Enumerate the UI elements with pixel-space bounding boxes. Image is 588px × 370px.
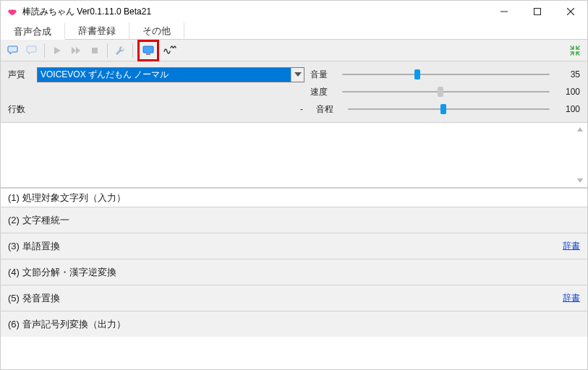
svg-marker-11: [577, 127, 583, 132]
close-button[interactable]: [554, 1, 587, 22]
svg-marker-6: [76, 47, 80, 54]
svg-marker-12: [577, 178, 583, 183]
svg-rect-1: [534, 9, 541, 15]
section-label: (6) 音声記号列変換（出力）: [8, 318, 126, 331]
pulse-button[interactable]: [162, 43, 178, 59]
tab-other[interactable]: その他: [129, 22, 184, 39]
toolbar-separator: [132, 43, 133, 58]
section-label: (4) 文節分解・漢字逆変換: [8, 266, 116, 279]
svg-marker-10: [294, 72, 302, 77]
tab-strip: 音声合成 辞書登録 その他: [1, 22, 587, 40]
section-row-1[interactable]: (1) 処理対象文字列（入力）: [1, 188, 587, 207]
input-text-area[interactable]: [1, 123, 587, 188]
controls-panel: 声質 VOICEVOX ずんだもん ノーマル 音量 35 速度 100 行数 -…: [1, 61, 587, 123]
voice-select-value: VOICEVOX ずんだもん ノーマル: [38, 68, 291, 82]
highlight-box: [137, 40, 159, 61]
section-row-5[interactable]: (5) 発音置換 辞書: [1, 285, 587, 311]
section-row-2[interactable]: (2) 文字種統一: [1, 207, 587, 233]
fast-forward-button[interactable]: [68, 43, 84, 59]
volume-label: 音量: [310, 69, 333, 81]
svg-rect-9: [146, 53, 150, 55]
voice-label: 声質: [8, 69, 31, 81]
lips-icon: [7, 6, 18, 17]
section-row-6[interactable]: (6) 音声記号列変換（出力）: [1, 311, 587, 337]
section-label: (2) 文字種統一: [8, 214, 69, 227]
svg-rect-8: [143, 46, 153, 53]
svg-rect-7: [92, 48, 98, 53]
svg-marker-5: [72, 47, 76, 54]
speed-value: 100: [561, 87, 580, 97]
dict-link[interactable]: 辞書: [563, 292, 580, 304]
dict-link[interactable]: 辞書: [563, 240, 580, 252]
speed-label: 速度: [310, 86, 333, 98]
window-title: 棒読みちゃん Ver0.1.11.0 Beta21: [22, 6, 487, 18]
minimize-button[interactable]: [487, 1, 521, 22]
pitch-label: 音程: [316, 103, 339, 116]
play-button[interactable]: [49, 43, 65, 59]
stop-button[interactable]: [87, 43, 103, 59]
section-label: (1) 処理対象文字列（入力）: [8, 192, 126, 205]
wrench-button[interactable]: [112, 43, 128, 59]
section-label: (5) 発音置換: [8, 292, 60, 305]
scroll-up-icon[interactable]: [576, 126, 584, 133]
compress-button[interactable]: [567, 43, 583, 59]
tab-voice-synthesis[interactable]: 音声合成: [1, 23, 65, 40]
maximize-button[interactable]: [521, 1, 554, 22]
speed-slider[interactable]: [342, 85, 550, 98]
toolbar-separator: [44, 43, 45, 58]
section-row-4[interactable]: (4) 文節分解・漢字逆変換: [1, 259, 587, 285]
speech-balloon-dim-button[interactable]: [24, 43, 40, 59]
volume-value: 35: [561, 69, 580, 79]
scroll-down-icon[interactable]: [576, 177, 584, 184]
volume-slider[interactable]: [342, 68, 550, 81]
lines-value: -: [297, 104, 306, 114]
lines-label: 行数: [8, 103, 31, 116]
section-row-3[interactable]: (3) 単語置換 辞書: [1, 233, 587, 259]
chevron-down-icon[interactable]: [291, 68, 304, 82]
svg-marker-4: [54, 47, 61, 54]
toolbar: [1, 40, 587, 61]
voice-select[interactable]: VOICEVOX ずんだもん ノーマル: [37, 67, 304, 82]
pitch-value: 100: [561, 104, 580, 114]
toolbar-separator: [107, 43, 108, 58]
speech-balloon-button[interactable]: [5, 43, 21, 59]
section-label: (3) 単語置換: [8, 240, 60, 253]
monitor-button[interactable]: [140, 43, 156, 59]
tab-dictionary[interactable]: 辞書登録: [65, 22, 129, 39]
title-bar: 棒読みちゃん Ver0.1.11.0 Beta21: [1, 1, 587, 22]
pitch-slider[interactable]: [348, 103, 550, 116]
